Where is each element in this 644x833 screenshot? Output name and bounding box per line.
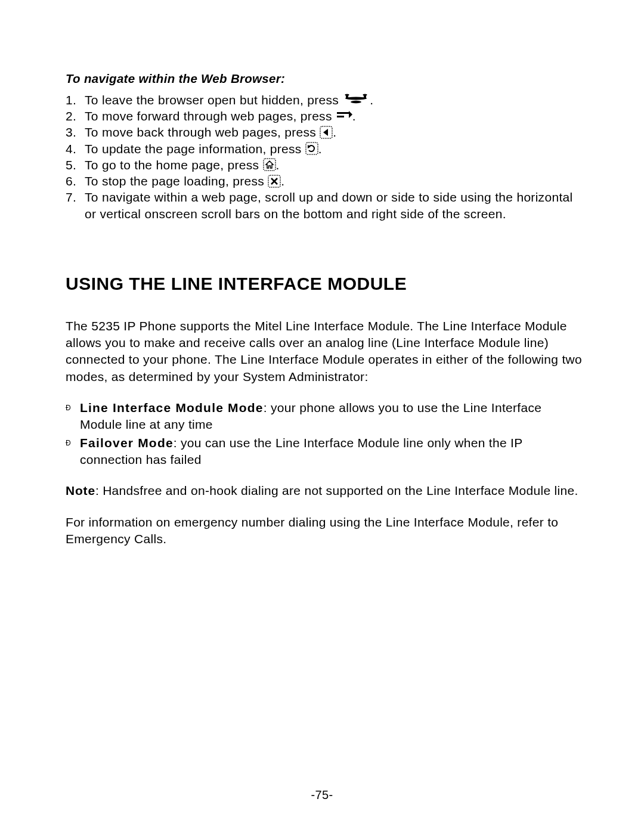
svg-point-4	[345, 94, 349, 96]
mode-item: Line Interface Module Mode: your phone a…	[66, 400, 584, 433]
mode-label: Line Interface Module Mode	[80, 401, 264, 414]
stop-icon	[268, 175, 281, 188]
step-item: 1. To leave the browser open but hidden,…	[66, 92, 584, 108]
subheading-navigate-web-browser: To navigate within the Web Browser:	[66, 70, 584, 87]
step-item: 5. To go to the home page, press .	[66, 157, 584, 173]
step-text: To move back through web pages, press	[85, 125, 316, 139]
paragraph-emergency: For information on emergency number dial…	[66, 514, 584, 548]
step-number: 7.	[66, 189, 76, 205]
svg-rect-6	[337, 112, 349, 114]
step-number: 4.	[66, 141, 76, 157]
step-tail: .	[281, 174, 284, 188]
step-item: 3. To move back through web pages, press…	[66, 124, 584, 140]
paragraph-intro: The 5235 IP Phone supports the Mitel Lin…	[66, 318, 584, 385]
page-number: -75-	[0, 787, 644, 803]
note-label: Note	[66, 484, 95, 497]
forward-icon	[336, 110, 352, 121]
svg-marker-10	[323, 129, 328, 136]
step-number: 5.	[66, 157, 76, 173]
mode-list: Line Interface Module Mode: your phone a…	[66, 400, 584, 468]
step-tail: .	[370, 93, 373, 107]
step-number: 2.	[66, 108, 76, 124]
svg-point-1	[351, 101, 361, 103]
step-text: To go to the home page, press	[85, 158, 259, 172]
minimize-icon	[342, 94, 370, 106]
step-number: 6.	[66, 173, 76, 189]
home-icon	[263, 158, 276, 171]
svg-point-5	[363, 94, 367, 96]
back-icon	[320, 126, 333, 139]
step-item: 4. To update the page information, press…	[66, 141, 584, 157]
step-number: 1.	[66, 92, 76, 108]
step-number: 3.	[66, 124, 76, 140]
steps-list: 1. To leave the browser open but hidden,…	[66, 92, 584, 222]
step-item: 6. To stop the page loading, press .	[66, 173, 584, 189]
step-tail: .	[276, 158, 280, 172]
refresh-icon	[305, 142, 318, 155]
svg-marker-8	[349, 111, 352, 118]
step-tail: .	[333, 125, 336, 139]
note-text: : Handsfree and on-hook dialing are not …	[95, 484, 578, 497]
svg-rect-7	[337, 116, 344, 117]
svg-point-0	[345, 97, 367, 100]
step-tail: .	[318, 142, 322, 156]
paragraph-note: Note: Handsfree and on-hook dialing are …	[66, 482, 584, 499]
mode-label: Failover Mode	[80, 436, 174, 450]
step-item: 2. To move forward through web pages, pr…	[66, 108, 584, 124]
step-text: To update the page information, press	[85, 142, 302, 156]
mode-item: Failover Mode: you can use the Line Inte…	[66, 435, 584, 469]
step-text: To move forward through web pages, press	[85, 109, 332, 123]
document-page: To navigate within the Web Browser: 1. T…	[0, 0, 644, 833]
step-text: To navigate within a web page, scroll up…	[85, 190, 572, 220]
step-item: 7. To navigate within a web page, scroll…	[66, 189, 584, 222]
step-text: To leave the browser open but hidden, pr…	[85, 93, 339, 107]
section-title-line-interface-module: USING THE LINE INTERFACE MODULE	[66, 272, 584, 296]
step-tail: .	[352, 109, 356, 123]
step-text: To stop the page loading, press	[85, 174, 264, 188]
